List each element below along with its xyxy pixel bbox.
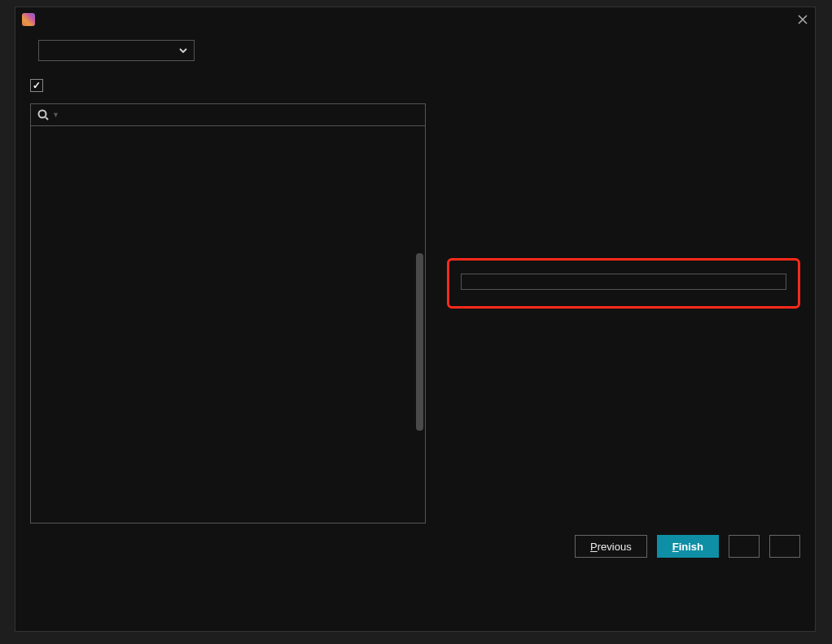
app-icon [22, 13, 35, 26]
previous-button[interactable]: Previous [575, 535, 647, 558]
dialog-content: ▼ Previous Fi [15, 32, 815, 558]
scrollbar-thumb[interactable] [416, 253, 423, 431]
new-project-dialog: ▼ Previous Fi [15, 7, 816, 632]
search-icon [37, 109, 49, 120]
shared-indexes-row[interactable] [30, 79, 800, 92]
annotation-highlight-box [447, 258, 800, 309]
help-button[interactable] [769, 535, 800, 558]
dependency-tree[interactable] [30, 126, 426, 524]
spring-boot-dropdown[interactable] [38, 40, 195, 61]
cancel-button[interactable] [729, 535, 760, 558]
svg-point-0 [39, 111, 46, 118]
search-caret-icon: ▼ [52, 111, 59, 119]
finish-button[interactable]: Finish [657, 535, 719, 558]
titlebar [15, 7, 815, 32]
close-icon[interactable] [797, 14, 808, 25]
shared-indexes-checkbox[interactable] [30, 79, 43, 92]
search-input[interactable]: ▼ [30, 103, 426, 126]
chevron-down-icon [179, 48, 187, 53]
added-deps-list [461, 274, 786, 290]
